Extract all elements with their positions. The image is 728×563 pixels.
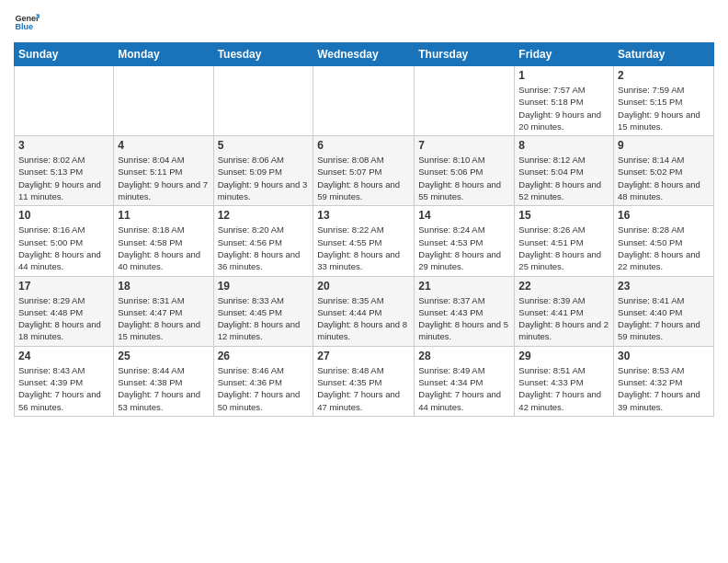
day-number: 1 [518,69,609,82]
day-number: 9 [618,139,710,152]
day-number: 4 [118,139,209,152]
weekday-header-wednesday: Wednesday [313,43,415,66]
day-info: Sunrise: 8:10 AM Sunset: 5:06 PM Dayligh… [418,154,510,202]
week-row-5: 24Sunrise: 8:43 AM Sunset: 4:39 PM Dayli… [15,346,714,416]
calendar-cell: 24Sunrise: 8:43 AM Sunset: 4:39 PM Dayli… [15,346,114,416]
calendar-cell: 26Sunrise: 8:46 AM Sunset: 4:36 PM Dayli… [213,346,313,416]
day-info: Sunrise: 8:18 AM Sunset: 4:58 PM Dayligh… [118,224,209,272]
day-number: 8 [518,139,609,152]
day-info: Sunrise: 8:48 AM Sunset: 4:35 PM Dayligh… [317,364,410,413]
calendar-cell: 23Sunrise: 8:41 AM Sunset: 4:40 PM Dayli… [614,276,714,346]
day-number: 28 [418,350,510,362]
weekday-header-friday: Friday [515,43,614,66]
calendar-cell [415,66,515,136]
calendar-cell [114,66,213,136]
day-info: Sunrise: 8:53 AM Sunset: 4:32 PM Dayligh… [618,364,710,413]
day-info: Sunrise: 8:28 AM Sunset: 4:50 PM Dayligh… [618,224,710,272]
day-number: 14 [418,209,510,222]
day-info: Sunrise: 7:57 AM Sunset: 5:18 PM Dayligh… [518,84,609,132]
calendar-cell: 7Sunrise: 8:10 AM Sunset: 5:06 PM Daylig… [415,136,515,206]
calendar-cell [15,66,114,136]
day-number: 18 [118,280,209,293]
week-row-1: 1Sunrise: 7:57 AM Sunset: 5:18 PM Daylig… [15,66,714,136]
logo-icon: General Blue [14,9,40,35]
day-info: Sunrise: 8:49 AM Sunset: 4:34 PM Dayligh… [418,364,510,413]
calendar-cell: 11Sunrise: 8:18 AM Sunset: 4:58 PM Dayli… [114,206,213,276]
calendar-table: SundayMondayTuesdayWednesdayThursdayFrid… [14,42,714,417]
calendar-cell: 16Sunrise: 8:28 AM Sunset: 4:50 PM Dayli… [614,206,714,276]
day-info: Sunrise: 8:04 AM Sunset: 5:11 PM Dayligh… [118,154,209,202]
calendar-cell: 28Sunrise: 8:49 AM Sunset: 4:34 PM Dayli… [415,346,515,416]
day-info: Sunrise: 8:12 AM Sunset: 5:04 PM Dayligh… [518,154,609,202]
day-info: Sunrise: 8:29 AM Sunset: 4:48 PM Dayligh… [18,294,109,343]
day-number: 5 [218,139,310,152]
day-number: 3 [18,139,109,152]
week-row-3: 10Sunrise: 8:16 AM Sunset: 5:00 PM Dayli… [15,206,714,276]
calendar-cell: 22Sunrise: 8:39 AM Sunset: 4:41 PM Dayli… [515,276,614,346]
weekday-header-saturday: Saturday [614,43,714,66]
calendar-cell: 3Sunrise: 8:02 AM Sunset: 5:13 PM Daylig… [15,136,114,206]
calendar-cell [313,66,415,136]
calendar-cell: 6Sunrise: 8:08 AM Sunset: 5:07 PM Daylig… [313,136,415,206]
day-info: Sunrise: 8:44 AM Sunset: 4:38 PM Dayligh… [118,364,209,413]
day-number: 17 [18,280,109,293]
day-info: Sunrise: 8:26 AM Sunset: 4:51 PM Dayligh… [518,224,609,272]
day-info: Sunrise: 8:41 AM Sunset: 4:40 PM Dayligh… [618,294,710,343]
day-info: Sunrise: 8:35 AM Sunset: 4:44 PM Dayligh… [317,294,410,343]
calendar-cell: 10Sunrise: 8:16 AM Sunset: 5:00 PM Dayli… [15,206,114,276]
weekday-header-row: SundayMondayTuesdayWednesdayThursdayFrid… [15,43,714,66]
day-info: Sunrise: 8:20 AM Sunset: 4:56 PM Dayligh… [218,224,310,272]
day-number: 16 [618,209,710,222]
day-number: 30 [618,350,710,362]
day-info: Sunrise: 8:08 AM Sunset: 5:07 PM Dayligh… [317,154,410,202]
svg-text:Blue: Blue [15,22,33,31]
calendar-cell: 4Sunrise: 8:04 AM Sunset: 5:11 PM Daylig… [114,136,213,206]
calendar-cell: 9Sunrise: 8:14 AM Sunset: 5:02 PM Daylig… [614,136,714,206]
calendar-cell: 27Sunrise: 8:48 AM Sunset: 4:35 PM Dayli… [313,346,415,416]
day-info: Sunrise: 8:43 AM Sunset: 4:39 PM Dayligh… [18,364,109,413]
page: General Blue SundayMondayTuesdayWednesda… [0,0,728,431]
day-number: 13 [317,209,410,222]
calendar-cell: 25Sunrise: 8:44 AM Sunset: 4:38 PM Dayli… [114,346,213,416]
weekday-header-monday: Monday [114,43,213,66]
day-number: 10 [18,209,109,222]
day-number: 7 [418,139,510,152]
day-number: 21 [418,280,510,293]
day-info: Sunrise: 8:31 AM Sunset: 4:47 PM Dayligh… [118,294,209,343]
calendar-cell: 2Sunrise: 7:59 AM Sunset: 5:15 PM Daylig… [614,66,714,136]
day-number: 12 [218,209,310,222]
calendar-cell: 8Sunrise: 8:12 AM Sunset: 5:04 PM Daylig… [515,136,614,206]
day-number: 11 [118,209,209,222]
calendar-cell: 14Sunrise: 8:24 AM Sunset: 4:53 PM Dayli… [415,206,515,276]
day-number: 20 [317,280,410,293]
header: General Blue [14,9,714,35]
day-info: Sunrise: 8:02 AM Sunset: 5:13 PM Dayligh… [18,154,109,202]
day-number: 27 [317,350,410,362]
day-number: 19 [218,280,310,293]
day-info: Sunrise: 8:51 AM Sunset: 4:33 PM Dayligh… [518,364,609,413]
day-number: 24 [18,350,109,362]
calendar-cell: 13Sunrise: 8:22 AM Sunset: 4:55 PM Dayli… [313,206,415,276]
day-info: Sunrise: 8:37 AM Sunset: 4:43 PM Dayligh… [418,294,510,343]
day-info: Sunrise: 8:33 AM Sunset: 4:45 PM Dayligh… [218,294,310,343]
calendar-cell: 29Sunrise: 8:51 AM Sunset: 4:33 PM Dayli… [515,346,614,416]
day-number: 22 [518,280,609,293]
logo: General Blue [14,9,40,35]
calendar-cell: 17Sunrise: 8:29 AM Sunset: 4:48 PM Dayli… [15,276,114,346]
day-info: Sunrise: 8:22 AM Sunset: 4:55 PM Dayligh… [317,224,410,272]
day-number: 29 [518,350,609,362]
day-number: 26 [218,350,310,362]
weekday-header-sunday: Sunday [15,43,114,66]
week-row-2: 3Sunrise: 8:02 AM Sunset: 5:13 PM Daylig… [15,136,714,206]
day-number: 6 [317,139,410,152]
day-info: Sunrise: 8:39 AM Sunset: 4:41 PM Dayligh… [518,294,609,343]
day-number: 23 [618,280,710,293]
day-number: 15 [518,209,609,222]
calendar-cell: 19Sunrise: 8:33 AM Sunset: 4:45 PM Dayli… [213,276,313,346]
day-info: Sunrise: 8:06 AM Sunset: 5:09 PM Dayligh… [218,154,310,202]
weekday-header-thursday: Thursday [415,43,515,66]
calendar-cell: 15Sunrise: 8:26 AM Sunset: 4:51 PM Dayli… [515,206,614,276]
day-info: Sunrise: 8:16 AM Sunset: 5:00 PM Dayligh… [18,224,109,272]
day-info: Sunrise: 8:24 AM Sunset: 4:53 PM Dayligh… [418,224,510,272]
calendar-cell: 20Sunrise: 8:35 AM Sunset: 4:44 PM Dayli… [313,276,415,346]
